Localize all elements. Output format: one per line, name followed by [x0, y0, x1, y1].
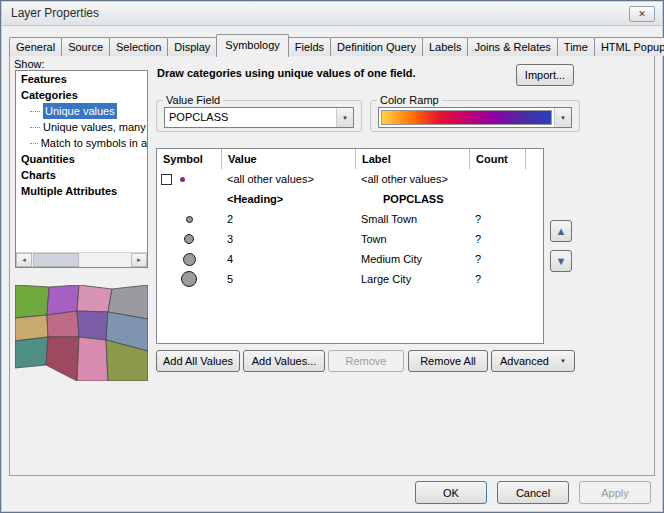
count-cell: ? — [469, 273, 525, 285]
down-arrow-icon: ▼ — [556, 255, 567, 267]
chevron-down-icon[interactable]: ▼ — [554, 108, 571, 127]
chevron-down-icon[interactable]: ▼ — [336, 108, 353, 127]
value-cell: 4 — [221, 253, 355, 265]
table-row[interactable]: 4 Medium City ? — [157, 249, 543, 269]
value-cell: 5 — [221, 273, 355, 285]
apply-button[interactable]: Apply — [579, 481, 651, 504]
ok-button[interactable]: OK — [415, 481, 487, 504]
table-row[interactable]: 2 Small Town ? — [157, 209, 543, 229]
unique-values-table: Symbol Value Label Count <all other valu… — [156, 148, 544, 344]
value-cell: 3 — [221, 233, 355, 245]
layer-properties-dialog: Layer Properties ✕ General Source Select… — [0, 0, 664, 513]
symbol-cell — [157, 209, 221, 229]
move-down-button[interactable]: ▼ — [550, 250, 572, 272]
color-ramp-swatch — [381, 110, 552, 125]
symbology-tab-page: Show: Features Categories Unique values … — [9, 55, 655, 476]
label-cell: Town — [355, 233, 469, 245]
tree-horizontal-scrollbar[interactable]: ◄ ► — [16, 252, 147, 267]
value-field-selected: POPCLASS — [165, 108, 336, 127]
tree-item-label: Unique values — [43, 103, 117, 119]
label-cell: Medium City — [355, 253, 469, 265]
count-cell: ? — [469, 233, 525, 245]
all-other-values-checkbox[interactable] — [161, 174, 172, 185]
tree-item-unique-values-many[interactable]: Unique values, many — [16, 119, 147, 135]
table-row[interactable]: <all other values> <all other values> — [157, 169, 543, 189]
table-row[interactable]: 5 Large City ? — [157, 269, 543, 289]
all-other-values-symbol[interactable] — [180, 177, 185, 182]
tab-time[interactable]: Time — [557, 37, 595, 56]
symbol-cell — [157, 269, 221, 289]
column-header-spacer — [525, 149, 543, 169]
scroll-left-icon[interactable]: ◄ — [16, 253, 32, 267]
count-cell: ? — [469, 213, 525, 225]
column-header-symbol: Symbol — [157, 149, 221, 169]
column-header-value: Value — [221, 149, 355, 169]
tab-strip: General Source Selection Display Symbolo… — [9, 33, 664, 56]
table-row-heading[interactable]: <Heading> POPCLASS — [157, 189, 543, 209]
color-ramp-combobox[interactable]: ▼ — [378, 107, 572, 128]
value-field-legend: Value Field — [163, 94, 223, 106]
value-cell: 2 — [221, 213, 355, 225]
tab-symbology[interactable]: Symbology — [216, 34, 288, 57]
tab-selection[interactable]: Selection — [109, 37, 168, 56]
tree-item-quantities[interactable]: Quantities — [16, 151, 147, 167]
tree-item-label: Charts — [21, 169, 56, 181]
tree-item-multiple-attributes[interactable]: Multiple Attributes — [16, 183, 147, 199]
circle-symbol[interactable] — [186, 216, 193, 223]
symbol-cell — [157, 229, 221, 249]
column-header-count: Count — [469, 149, 525, 169]
tree-item-label: Categories — [21, 89, 78, 101]
advanced-button[interactable]: Advanced ▼ — [491, 350, 575, 372]
add-all-values-button[interactable]: Add All Values — [156, 350, 240, 372]
label-cell: Large City — [355, 273, 469, 285]
tab-definition-query[interactable]: Definition Query — [330, 37, 423, 56]
tab-general[interactable]: General — [9, 37, 62, 56]
cancel-button[interactable]: Cancel — [497, 481, 569, 504]
tree-item-unique-values[interactable]: Unique values — [16, 103, 147, 119]
map-preview — [15, 285, 148, 381]
close-button[interactable]: ✕ — [629, 6, 655, 22]
table-row[interactable]: 3 Town ? — [157, 229, 543, 249]
label-cell: Small Town — [355, 213, 469, 225]
tab-labels[interactable]: Labels — [422, 37, 468, 56]
tree-item-label: Features — [21, 73, 67, 85]
label-cell: <all other values> — [355, 173, 469, 185]
count-cell: ? — [469, 253, 525, 265]
tab-display[interactable]: Display — [167, 37, 217, 56]
circle-symbol[interactable] — [184, 234, 194, 244]
value-cell: <all other values> — [221, 173, 355, 185]
tab-fields[interactable]: Fields — [288, 37, 331, 56]
import-button[interactable]: Import... — [516, 64, 574, 86]
title-bar[interactable]: Layer Properties ✕ — [2, 2, 662, 26]
renderer-description: Draw categories using unique values of o… — [157, 67, 416, 79]
tree-item-categories[interactable]: Categories — [16, 87, 147, 103]
tree-line — [30, 127, 40, 128]
circle-symbol[interactable] — [181, 271, 197, 287]
symbol-cell — [157, 249, 221, 269]
close-icon: ✕ — [638, 3, 646, 26]
scrollbar-thumb[interactable] — [33, 253, 79, 267]
circle-symbol[interactable] — [183, 253, 196, 266]
remove-button[interactable]: Remove — [328, 350, 404, 372]
show-label: Show: — [14, 58, 45, 70]
scroll-right-icon[interactable]: ► — [131, 253, 147, 267]
tab-source[interactable]: Source — [61, 37, 110, 56]
tree-item-features[interactable]: Features — [16, 71, 147, 87]
move-up-button[interactable]: ▲ — [550, 220, 572, 242]
tree-item-label: Match to symbols in a — [41, 135, 147, 151]
label-cell: POPCLASS — [355, 193, 469, 205]
remove-all-button[interactable]: Remove All — [408, 350, 488, 372]
scrollbar-track[interactable] — [79, 253, 131, 267]
tab-html-popup[interactable]: HTML Popup — [594, 37, 664, 56]
tab-joins-relates[interactable]: Joins & Relates — [467, 37, 557, 56]
tree-item-match-symbols[interactable]: Match to symbols in a — [16, 135, 147, 151]
chevron-down-icon: ▼ — [560, 358, 566, 364]
tree-item-charts[interactable]: Charts — [16, 167, 147, 183]
tree-item-label: Unique values, many — [43, 119, 146, 135]
tree-item-label: Quantities — [21, 153, 75, 165]
add-values-button[interactable]: Add Values... — [243, 350, 325, 372]
value-field-combobox[interactable]: POPCLASS ▼ — [164, 107, 354, 128]
symbol-cell — [157, 189, 221, 209]
color-ramp-legend: Color Ramp — [377, 94, 442, 106]
symbol-cell — [157, 169, 221, 189]
